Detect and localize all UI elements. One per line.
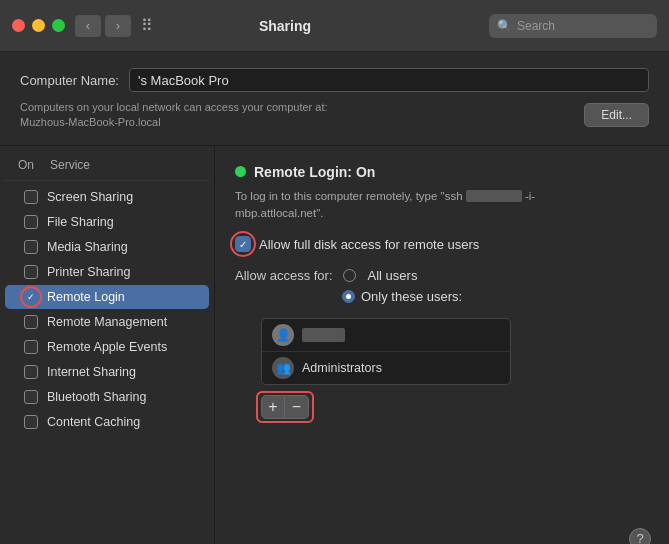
disk-access-row: Allow full disk access for remote users xyxy=(235,236,649,252)
sidebar-item-file-sharing[interactable]: File Sharing xyxy=(5,210,209,234)
internet-sharing-label: Internet Sharing xyxy=(47,365,136,379)
sidebar-item-bluetooth-sharing[interactable]: Bluetooth Sharing xyxy=(5,385,209,409)
screen-sharing-checkbox-wrap xyxy=(15,190,47,204)
help-button[interactable]: ? xyxy=(629,528,651,544)
allow-access-label: Allow access for: xyxy=(235,268,333,283)
users-list: 👤 👥 Administrators xyxy=(261,318,511,385)
remote-apple-events-label: Remote Apple Events xyxy=(47,340,167,354)
computer-name-label: Computer Name: xyxy=(20,73,119,88)
titlebar: ‹ › ⠿ Sharing 🔍 xyxy=(0,0,669,52)
file-sharing-checkbox[interactable] xyxy=(24,215,38,229)
allow-access-section: Allow access for: All users Only these u… xyxy=(235,268,649,304)
media-sharing-checkbox[interactable] xyxy=(24,240,38,254)
printer-sharing-checkbox-wrap xyxy=(15,265,47,279)
internet-sharing-checkbox[interactable] xyxy=(24,365,38,379)
remote-login-checkbox[interactable] xyxy=(24,290,38,304)
bluetooth-sharing-checkbox[interactable] xyxy=(24,390,38,404)
disk-access-checkbox[interactable] xyxy=(235,236,251,252)
sidebar-item-content-caching[interactable]: Content Caching xyxy=(5,410,209,434)
window-title: Sharing xyxy=(81,18,489,34)
bluetooth-sharing-checkbox-wrap xyxy=(15,390,47,404)
status-row: Remote Login: On xyxy=(235,164,649,180)
media-sharing-checkbox-wrap xyxy=(15,240,47,254)
sidebar-header: On Service xyxy=(0,158,214,180)
main-area: On Service Screen Sharing File Sharing M… xyxy=(0,146,669,544)
remote-apple-events-checkbox-wrap xyxy=(15,340,47,354)
sidebar-item-internet-sharing[interactable]: Internet Sharing xyxy=(5,360,209,384)
search-input[interactable] xyxy=(517,19,649,33)
disk-access-checkbox-wrap xyxy=(235,236,251,252)
remote-login-label: Remote Login xyxy=(47,290,125,304)
disk-access-label: Allow full disk access for remote users xyxy=(259,237,479,252)
status-title: Remote Login: On xyxy=(254,164,375,180)
remote-apple-events-checkbox[interactable] xyxy=(24,340,38,354)
remote-login-checkbox-wrap xyxy=(15,290,47,304)
allow-access-inline: Allow access for: All users xyxy=(235,268,649,283)
minimize-button[interactable] xyxy=(32,19,45,32)
remove-user-button[interactable]: − xyxy=(285,395,309,419)
sidebar: On Service Screen Sharing File Sharing M… xyxy=(0,146,215,544)
search-icon: 🔍 xyxy=(497,19,512,33)
screen-sharing-checkbox[interactable] xyxy=(24,190,38,204)
traffic-lights xyxy=(12,19,65,32)
radio-only-users[interactable] xyxy=(342,290,355,303)
remote-management-checkbox[interactable] xyxy=(24,315,38,329)
sidebar-item-media-sharing[interactable]: Media Sharing xyxy=(5,235,209,259)
bluetooth-sharing-label: Bluetooth Sharing xyxy=(47,390,146,404)
radio-only-row: Only these users: xyxy=(235,289,649,304)
user-name-admins: Administrators xyxy=(302,361,382,375)
printer-sharing-checkbox[interactable] xyxy=(24,265,38,279)
sidebar-item-remote-login[interactable]: Remote Login xyxy=(5,285,209,309)
user-name-person xyxy=(302,328,345,342)
cn-info: Computers on your local network can acce… xyxy=(20,100,328,131)
content-caching-label: Content Caching xyxy=(47,415,140,429)
content-pane: Remote Login: On To log in to this compu… xyxy=(215,146,669,544)
content-caching-checkbox[interactable] xyxy=(24,415,38,429)
screen-sharing-label: Screen Sharing xyxy=(47,190,133,204)
close-button[interactable] xyxy=(12,19,25,32)
file-sharing-label: File Sharing xyxy=(47,215,114,229)
edit-button[interactable]: Edit... xyxy=(584,103,649,127)
col-on-header: On xyxy=(10,158,50,172)
maximize-button[interactable] xyxy=(52,19,65,32)
computer-name-section: Computer Name: Computers on your local n… xyxy=(0,52,669,146)
ssh-info: To log in to this computer remotely, typ… xyxy=(235,188,649,223)
user-icon-person: 👤 xyxy=(272,324,294,346)
remote-management-checkbox-wrap xyxy=(15,315,47,329)
add-user-button[interactable]: + xyxy=(261,395,285,419)
computer-name-field[interactable] xyxy=(129,68,649,92)
user-icon-group: 👥 xyxy=(272,357,294,379)
remote-management-label: Remote Management xyxy=(47,315,167,329)
file-sharing-checkbox-wrap xyxy=(15,215,47,229)
col-service-header: Service xyxy=(50,158,90,172)
radio-all-users-label: All users xyxy=(368,268,418,283)
user-row-admins[interactable]: 👥 Administrators xyxy=(262,352,510,384)
user-row-person[interactable]: 👤 xyxy=(262,319,510,352)
media-sharing-label: Media Sharing xyxy=(47,240,128,254)
printer-sharing-label: Printer Sharing xyxy=(47,265,130,279)
internet-sharing-checkbox-wrap xyxy=(15,365,47,379)
radio-only-users-label: Only these users: xyxy=(361,289,462,304)
sidebar-item-remote-management[interactable]: Remote Management xyxy=(5,310,209,334)
add-remove-row: + − xyxy=(261,395,649,419)
radio-all-users[interactable] xyxy=(343,269,356,282)
sidebar-item-remote-apple-events[interactable]: Remote Apple Events xyxy=(5,335,209,359)
status-dot xyxy=(235,166,246,177)
content-caching-checkbox-wrap xyxy=(15,415,47,429)
sidebar-item-printer-sharing[interactable]: Printer Sharing xyxy=(5,260,209,284)
search-bar[interactable]: 🔍 xyxy=(489,14,657,38)
sidebar-item-screen-sharing[interactable]: Screen Sharing xyxy=(5,185,209,209)
